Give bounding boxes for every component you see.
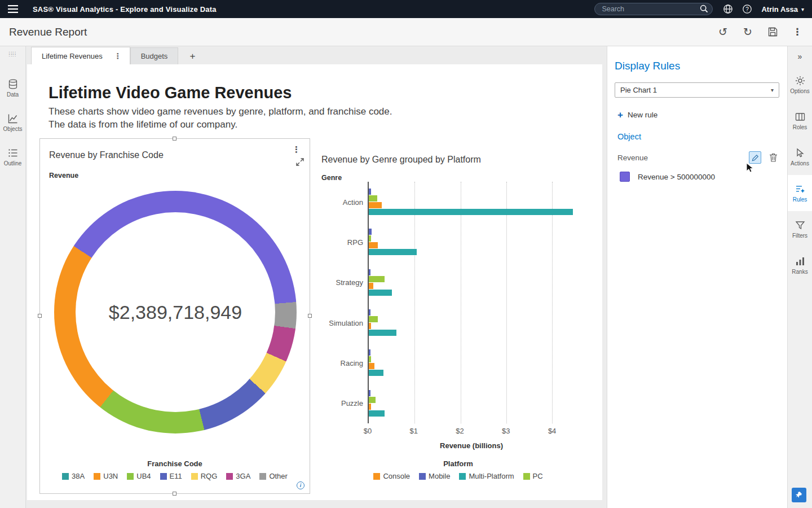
sidebar-item-data[interactable]: Data — [7, 79, 19, 98]
bar-pc[interactable] — [369, 356, 371, 362]
pin-button[interactable] — [792, 488, 806, 502]
selection-handle[interactable] — [173, 137, 176, 141]
tab-lifetime-revenues[interactable]: Lifetime Revenues ⋮ — [31, 47, 130, 64]
selection-handle[interactable] — [308, 314, 312, 318]
roles-icon — [795, 112, 805, 122]
legend-item[interactable]: 3GA — [226, 472, 250, 480]
legend-swatch — [419, 473, 426, 480]
sidebar-item-outline[interactable]: Outline — [4, 148, 22, 167]
legend-item[interactable]: Multi-Platform — [459, 472, 514, 480]
menu-icon[interactable] — [0, 5, 26, 13]
legend-label: 38A — [72, 472, 85, 480]
edit-rule-button[interactable] — [749, 151, 761, 164]
help-icon[interactable]: ? — [742, 4, 752, 14]
sidebar-item-label: Data — [7, 91, 19, 98]
bar-chart-object[interactable]: Revenue by Genre grouped by Platform Gen… — [316, 150, 601, 497]
rail-item-ranks[interactable]: Ranks — [788, 247, 812, 283]
bar-multi-platform[interactable] — [369, 209, 573, 215]
search-input[interactable] — [594, 3, 713, 15]
chart-menu-button[interactable]: ⋮ — [289, 143, 304, 156]
x-tick-label: $4 — [548, 427, 556, 435]
legend-item[interactable]: Mobile — [419, 472, 450, 480]
bar-console[interactable] — [369, 283, 373, 289]
delete-rule-button[interactable] — [767, 151, 779, 164]
rail-item-rules[interactable]: Rules — [788, 175, 812, 211]
bar-multi-platform[interactable] — [369, 249, 417, 255]
bar-pc[interactable] — [369, 397, 376, 403]
sidebar-item-objects[interactable]: Objects — [3, 113, 23, 132]
bar-group-strategy: Strategy — [369, 262, 575, 303]
legend-item[interactable]: UB4 — [127, 472, 151, 480]
rail-item-actions[interactable]: Actions — [788, 139, 812, 175]
bar-console[interactable] — [369, 363, 374, 369]
rail-item-roles[interactable]: Roles — [788, 103, 812, 139]
bar-mobile[interactable] — [369, 189, 371, 195]
bar-console[interactable] — [369, 323, 371, 329]
svg-text:?: ? — [746, 6, 749, 12]
new-rule-button[interactable]: + New rule — [617, 110, 779, 120]
bar-multi-platform[interactable] — [369, 370, 383, 376]
category-label: Action — [312, 198, 363, 206]
donut-measure-label: Revenue — [49, 172, 78, 179]
globe-icon[interactable] — [723, 4, 733, 14]
legend-item[interactable]: PC — [523, 472, 543, 480]
objects-icon — [8, 113, 18, 124]
left-sidebar: ∷∷∷∷ Data Objects Outline — [0, 46, 26, 508]
bar-mobile[interactable] — [369, 309, 370, 316]
drag-handle-icon[interactable]: ∷∷∷∷ — [9, 52, 16, 56]
bar-mobile[interactable] — [369, 349, 370, 356]
legend-item[interactable]: 38A — [62, 472, 85, 480]
rule-item[interactable]: Revenue > 500000000 — [620, 172, 779, 182]
tab-budgets[interactable]: Budgets — [130, 47, 179, 64]
bar-multi-platform[interactable] — [369, 290, 392, 296]
bar-group-puzzle: Puzzle — [369, 383, 575, 423]
rail-item-options[interactable]: Options — [788, 67, 812, 103]
collapse-panel-icon[interactable]: » — [788, 46, 812, 67]
bar-multi-platform[interactable] — [369, 330, 396, 336]
legend-item[interactable]: Other — [259, 472, 288, 480]
bar-multi-platform[interactable] — [369, 410, 385, 417]
rail-item-filters[interactable]: Filters — [788, 211, 812, 247]
legend-item[interactable]: Console — [373, 472, 410, 480]
app-window: SAS® Visual Analytics - Explore and Visu… — [0, 0, 812, 508]
rule-field-name: Revenue — [617, 154, 749, 162]
rule-text: Revenue > 500000000 — [638, 173, 715, 181]
save-button[interactable] — [762, 23, 783, 41]
bar-console[interactable] — [369, 242, 378, 248]
legend-swatch — [259, 473, 266, 480]
expand-icon[interactable] — [296, 158, 304, 166]
tab-label: Budgets — [141, 52, 168, 60]
bar-pc[interactable] — [369, 195, 377, 202]
bar-console[interactable] — [369, 404, 371, 410]
bar-mobile[interactable] — [369, 229, 372, 235]
info-icon[interactable]: i — [297, 481, 304, 489]
bar-console[interactable] — [369, 202, 382, 208]
legend-swatch — [459, 473, 466, 480]
undo-button[interactable]: ↺ — [713, 23, 733, 41]
pie-chart-object[interactable]: Revenue by Franchise Code ⋮ Revenue $2,3… — [39, 138, 310, 494]
legend-item[interactable]: U3N — [94, 472, 118, 480]
add-tab-button[interactable]: + — [186, 51, 198, 64]
panel-heading: Display Rules — [615, 60, 779, 72]
object-select[interactable]: Pie Chart 1 ▾ — [615, 82, 779, 98]
object-section-link[interactable]: Object — [617, 132, 779, 141]
bar-mobile[interactable] — [369, 390, 370, 396]
bar-pc[interactable] — [369, 235, 371, 242]
search-icon[interactable] — [700, 5, 708, 13]
bar-pc[interactable] — [369, 276, 385, 282]
selection-handle[interactable] — [38, 314, 42, 318]
user-menu[interactable]: Atrin Assa ▾ — [761, 5, 804, 14]
legend-label: UB4 — [136, 472, 151, 480]
redo-button[interactable]: ↻ — [738, 23, 758, 41]
donut-legend-items: 38AU3NUB4E11RQG3GAOther — [40, 472, 310, 480]
rule-color-swatch[interactable] — [620, 172, 630, 182]
legend-item[interactable]: E11 — [160, 472, 182, 480]
tab-menu-button[interactable]: ⋮ — [112, 51, 124, 60]
selection-handle[interactable] — [173, 492, 176, 496]
donut-chart[interactable]: $2,389,718,949 — [54, 191, 297, 433]
more-options-button[interactable]: ⋮ — [787, 23, 807, 41]
legend-item[interactable]: RQG — [191, 472, 218, 480]
bar-mobile[interactable] — [369, 269, 370, 275]
bar-pc[interactable] — [369, 316, 378, 322]
object-select-value: Pie Chart 1 — [620, 86, 657, 94]
